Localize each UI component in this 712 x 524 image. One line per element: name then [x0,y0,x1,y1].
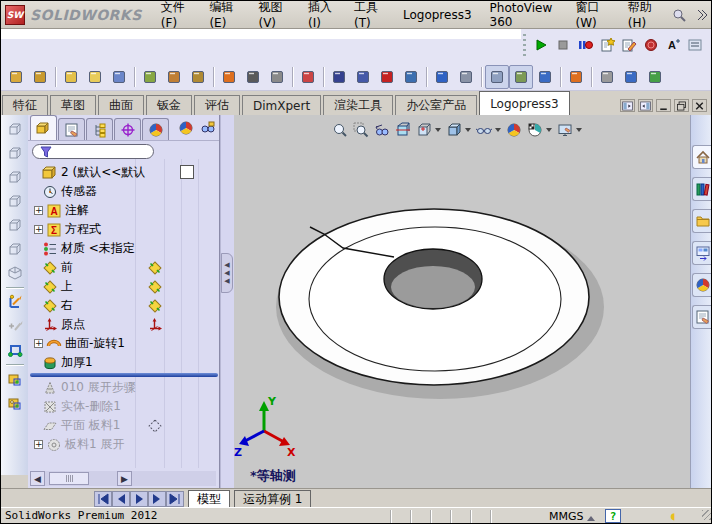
tree-item-上[interactable]: 上 [28,277,220,296]
hidden-items-icon[interactable] [198,118,218,138]
goto-start-icon[interactable] [94,491,112,507]
tree-item-加厚1[interactable]: 加厚1 [28,353,220,372]
nest-layers-icon[interactable] [83,65,107,89]
forming-tool-icon[interactable] [265,65,289,89]
tree-item-010-展开步骤[interactable]: 010 展开步骤 [28,378,220,397]
tree-horizontal-scrollbar[interactable]: ◀ ▶ [30,471,216,486]
expand-left-pane-icon[interactable] [620,99,635,112]
select-region-icon[interactable] [454,65,478,89]
delete-feature-icon[interactable] [375,65,399,89]
deburr-spray-icon[interactable] [138,65,162,89]
menu-item--h-[interactable]: 帮助(H) [619,1,669,28]
lp-tool-icon[interactable] [3,391,27,415]
tree-filter[interactable] [32,144,154,159]
tab--[interactable]: 曲面 [98,95,144,115]
coil-tool-icon[interactable] [241,65,265,89]
nav-play-icon[interactable] [130,491,148,507]
die-cup-icon[interactable] [186,65,210,89]
tree-item-材质-未指定[interactable]: 材质 <未指定 [28,239,220,258]
view-back-icon[interactable] [3,141,27,165]
cone-tool-icon[interactable] [217,65,241,89]
panel-splitter[interactable]: ◀◀◀ [220,115,234,488]
edit-macro-icon[interactable] [619,35,639,55]
punch-insert-icon[interactable] [351,65,375,89]
expand-right-pane-icon[interactable] [638,99,653,112]
flatten-blank-icon[interactable] [59,65,83,89]
tree-item-平面-板料1[interactable]: 平面 板料1 [28,416,220,435]
file-explorer-icon[interactable] [692,209,712,233]
goto-end-icon[interactable] [166,491,184,507]
fold-tool-icon[interactable] [28,65,52,89]
probe-toggle-icon[interactable] [509,65,533,89]
expand-toggle-icon[interactable]: + [34,339,43,348]
view-iso-icon[interactable] [3,261,27,285]
rotate-view-icon[interactable] [533,65,557,89]
bend-tool-icon[interactable] [107,65,131,89]
stop-macro-icon[interactable] [553,35,573,55]
tab-dimxpert[interactable]: DimXpert [242,95,321,115]
custom-properties-icon[interactable] [692,305,712,329]
options-table-icon[interactable] [643,65,667,89]
minimize-icon[interactable] [656,99,671,112]
view-top-icon[interactable] [3,213,27,237]
transfer-step-icon[interactable] [162,65,186,89]
tab--[interactable]: 草图 [50,95,96,115]
tab--[interactable]: 特征 [2,95,48,115]
menu-item--i-[interactable]: 插入(I) [299,1,345,28]
scroll-thumb[interactable] [49,472,89,485]
menu-item--v-[interactable]: 视图(V) [249,1,299,28]
tree-item-右[interactable]: 右 [28,296,220,315]
sketch-trace-icon[interactable] [430,65,454,89]
appearances-ball-icon[interactable] [176,118,196,138]
tab--[interactable]: 办公室产品 [395,95,477,115]
tab--[interactable]: 评估 [194,95,240,115]
home-icon[interactable] [692,145,712,169]
expand-toggle-icon[interactable]: + [34,440,43,449]
resize-grip[interactable] [702,510,712,520]
menu-item--t-[interactable]: 工具(T) [345,1,394,28]
step-forward-icon[interactable] [148,491,166,507]
record-pause-macro-icon[interactable] [575,35,595,55]
scroll-left-icon[interactable]: ◀ [30,471,45,486]
tab--[interactable]: 钣金 [146,95,192,115]
graphics-viewport[interactable]: Y X Z *等轴测 [234,115,690,488]
tree-item-注解[interactable]: +A注解 [28,201,220,220]
expand-toggle-icon[interactable]: + [34,225,43,234]
menu-item--w-[interactable]: 窗口(W) [566,1,618,28]
expand-toggle-icon[interactable]: + [34,206,43,215]
view-right-icon[interactable] [3,189,27,213]
dimxpertmanager-tab-icon[interactable] [114,118,141,140]
scale-text-icon[interactable]: A [663,35,683,55]
strip-grid-icon[interactable] [399,65,423,89]
tree-item-原点[interactable]: 原点 [28,315,220,334]
tree-item-实体-删除1[interactable]: 实体-删除1 [28,397,220,416]
unfold-tool-icon[interactable] [4,65,28,89]
die-set-frame-icon[interactable] [327,65,351,89]
view-palette-icon[interactable] [692,241,712,265]
search-help-icon[interactable] [669,5,689,25]
view-front-icon[interactable] [3,117,27,141]
units-dropdown-caret[interactable] [587,516,595,521]
tree-item-传感器[interactable]: 传感器 [28,182,220,201]
tree-item-2-默认-默认[interactable]: 2 (默认<<默认 [28,163,220,182]
viewcube-toggle-icon[interactable] [485,65,509,89]
step-back-icon[interactable] [112,491,130,507]
lp-blank-icon[interactable] [3,367,27,391]
tab-logopress3[interactable]: Logopress3 [479,91,570,115]
stamp-icon[interactable] [641,35,661,55]
tab-运动算例-1[interactable]: 运动算例 1 [234,490,311,507]
configurationmanager-tab-icon[interactable] [86,118,113,140]
featuremanager-tab-icon[interactable] [30,115,57,140]
view-bottom-icon[interactable] [3,237,27,261]
close-icon[interactable] [692,99,707,112]
assembly-cone-icon[interactable] [564,65,588,89]
play-macro-icon[interactable] [531,35,551,55]
displaymanager-tab-icon[interactable] [142,118,169,140]
menu-item-photoview-360[interactable]: PhotoView 360 [481,1,567,28]
toolbar-drag-handle[interactable] [523,34,526,56]
quick-tips-help-icon[interactable]: ? [605,509,621,523]
appearances-icon[interactable] [692,273,712,297]
new-macro-icon[interactable] [597,35,617,55]
dock-toolbar-icon[interactable] [685,35,705,55]
tree-item-曲面-旋转1[interactable]: +曲面-旋转1 [28,334,220,353]
